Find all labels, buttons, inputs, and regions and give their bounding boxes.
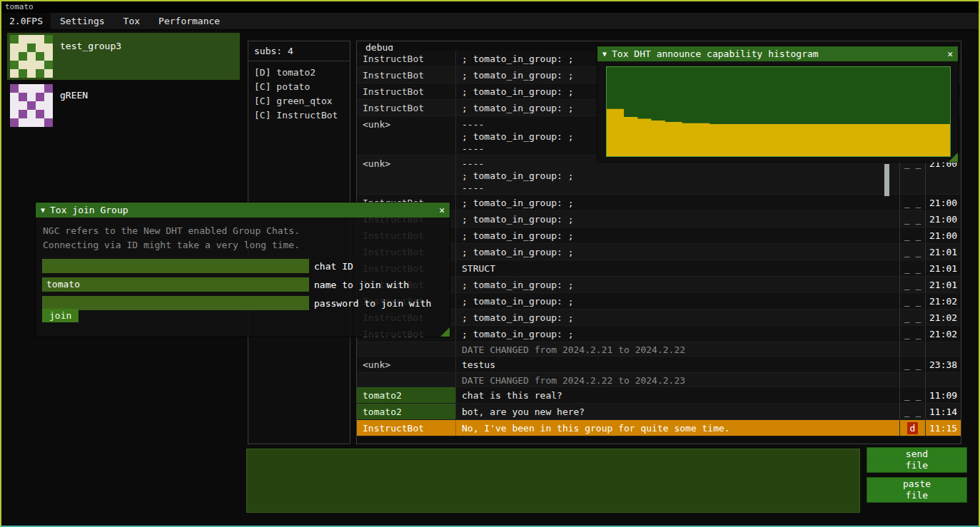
chat-sender: InstructBot (357, 420, 456, 436)
chat-sender: InstructBot (357, 67, 456, 83)
chat-sender: tomato2 (357, 404, 456, 419)
chat-flags: _ _ (899, 326, 925, 342)
collapse-icon[interactable]: ▼ (41, 206, 45, 214)
chat-time: 21:02 (925, 326, 961, 342)
chat-scrollbar-thumb[interactable] (884, 164, 889, 196)
subs-member[interactable]: [C] potato (254, 80, 350, 94)
chat-flags: _ _ (899, 244, 925, 260)
histogram-titlebar[interactable]: ▼ Tox DHT announce capability histogram … (597, 46, 958, 61)
group-name: gREEN (60, 90, 88, 101)
subs-member[interactable]: [C] InstructBot (254, 108, 350, 123)
send-file-button[interactable]: send file (867, 447, 967, 473)
chat-flags: _ _ (899, 227, 925, 243)
collapse-icon[interactable]: ▼ (602, 50, 607, 58)
chat-msg: ; tomato_in_group: ; (456, 195, 899, 210)
chat-sender: InstructBot (357, 83, 456, 99)
group-list: test_group3gREEN (7, 33, 240, 131)
chat-msg: ; tomato_in_group: ; (456, 326, 899, 342)
subs-header: subs: 4 (248, 41, 350, 61)
chat-time: 23:38 (925, 357, 961, 372)
chat-sender: <unk> (357, 357, 456, 372)
chat-flags: _ _ (899, 260, 925, 276)
chat-msg: STRUCT (456, 260, 899, 276)
chat-flags: _ _ (899, 195, 925, 210)
chat-time: 21:01 (925, 260, 961, 276)
paste-file-button[interactable]: paste file (867, 477, 967, 503)
menubar-items: SettingsToxPerformance (51, 13, 229, 29)
chat-flags (899, 373, 925, 387)
chat-msg: DATE CHANGED from 2024.2.21 to 2024.2.22 (456, 342, 899, 356)
chat-row[interactable]: tomato2bot, are you new here?_ _11:14 (357, 404, 961, 420)
chat-row[interactable]: DATE CHANGED from 2024.2.22 to 2024.2.23 (357, 373, 961, 387)
group-avatar (10, 84, 53, 127)
chat-id-label: chat ID (314, 261, 353, 272)
chat-time: 21:00 (925, 211, 961, 227)
chat-time: 11:15 (925, 420, 961, 436)
chat-time: 21:00 (925, 227, 961, 243)
chat-time (925, 373, 961, 387)
menu-item-settings[interactable]: Settings (51, 13, 114, 29)
chat-sender: InstructBot (357, 51, 456, 66)
join-button[interactable]: join (42, 309, 79, 322)
group-avatar (10, 35, 53, 78)
chat-id-input[interactable] (42, 259, 309, 273)
histogram-title: Tox DHT announce capability histogram (612, 48, 942, 59)
window-titlebar: tomato (1, 1, 979, 13)
chat-flags: _ _ (899, 387, 925, 403)
chat-msg: ; tomato_in_group: ; (456, 293, 899, 309)
app-window: tomato 2.0FPS SettingsToxPerformance tes… (0, 0, 980, 527)
chat-flags: d (899, 420, 925, 436)
chat-row[interactable]: InstructBotNo, I've been in this group f… (357, 420, 961, 436)
chat-time: 11:09 (925, 387, 961, 403)
join-group-titlebar[interactable]: ▼ Tox join Group ✕ (36, 203, 450, 218)
group-item-test_group3[interactable]: test_group3 (7, 33, 240, 80)
histogram-chart (606, 66, 951, 157)
chat-flags: _ _ (899, 357, 925, 372)
message-input[interactable] (246, 449, 860, 513)
join-fields: chat IDtomatoname to join withpassword t… (36, 256, 450, 310)
chat-msg: chat is this real? (456, 387, 899, 403)
chat-time: 21:01 (925, 277, 961, 292)
group-name: test_group3 (60, 41, 121, 51)
join-password-input[interactable] (42, 296, 309, 310)
chat-msg: ; tomato_in_group: ; (456, 277, 899, 292)
chat-msg: DATE CHANGED from 2024.2.22 to 2024.2.23 (456, 373, 899, 387)
close-icon[interactable]: ✕ (947, 48, 953, 59)
chat-time: 21:01 (925, 244, 961, 260)
subs-list: [D] tomato2[C] potato[C] green_qtox[C] I… (248, 61, 350, 123)
chat-sender (357, 342, 456, 356)
menu-item-tox[interactable]: Tox (114, 13, 149, 29)
chat-sender: tomato2 (357, 387, 456, 403)
histogram-window: ▼ Tox DHT announce capability histogram … (597, 46, 958, 162)
chat-msg: ; tomato_in_group: ; (456, 227, 899, 243)
subs-member[interactable]: [D] tomato2 (254, 66, 350, 80)
menu-item-performance[interactable]: Performance (149, 13, 229, 29)
chat-sender: <unk> (357, 155, 456, 194)
chat-flags: _ _ (899, 211, 925, 227)
chat-row[interactable]: tomato2chat is this real?_ _11:09 (357, 387, 961, 404)
chat-flags (899, 342, 925, 356)
close-icon[interactable]: ✕ (439, 205, 445, 215)
resize-handle[interactable] (440, 327, 450, 337)
resize-handle[interactable] (949, 153, 958, 162)
join-info-line: Connecting via ID might take a very long… (43, 238, 443, 252)
chat-time (925, 342, 961, 356)
group-item-gREEN[interactable]: gREEN (7, 82, 240, 129)
join-info: NGC refers to the New DHT enabled Group … (36, 218, 450, 256)
delivered-flag: d (907, 422, 919, 434)
join-group-window: ▼ Tox join Group ✕ NGC refers to the New… (36, 203, 450, 337)
join-name-input[interactable]: tomato (42, 277, 309, 292)
chat-msg: ; tomato_in_group: ; (456, 244, 899, 260)
chat-row[interactable]: DATE CHANGED from 2024.2.21 to 2024.2.22 (357, 342, 961, 357)
join-name-label: name to join with (314, 280, 409, 290)
fps-counter: 2.0FPS (1, 13, 51, 29)
join-info-line: NGC refers to the New DHT enabled Group … (43, 224, 443, 238)
chat-msg: bot, are you new here? (456, 404, 899, 419)
join-group-title: Tox join Group (50, 205, 434, 215)
chat-row[interactable]: <unk>testus_ _23:38 (357, 357, 961, 373)
subs-member[interactable]: [C] green_qtox (254, 94, 350, 108)
chat-flags: _ _ (899, 404, 925, 419)
window-title: tomato (5, 2, 34, 11)
chat-sender: <unk> (357, 116, 456, 155)
chat-time: 21:00 (925, 195, 961, 210)
